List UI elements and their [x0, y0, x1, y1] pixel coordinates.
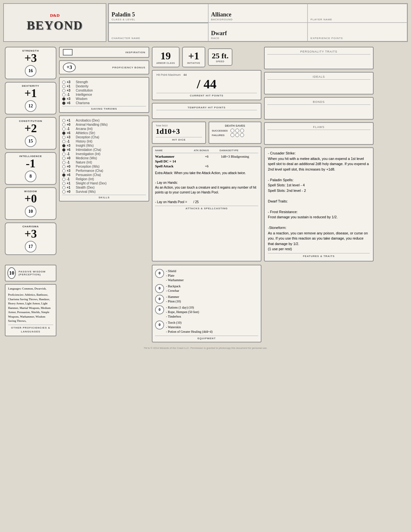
- successes-label: SUCCESSES: [212, 129, 230, 132]
- equipment-row: 0- Shield - Plate - Warhammer: [155, 269, 258, 282]
- success-circle-3[interactable]: [240, 129, 244, 133]
- skill-item: -1Nature (Int): [62, 161, 146, 164]
- equipment-coin: 0: [155, 269, 164, 278]
- skill-item: -1Arcana (Int): [62, 127, 146, 131]
- skill-name: Performance (Cha): [76, 169, 103, 172]
- failure-circle-3[interactable]: [240, 133, 244, 137]
- skill-name: Acrobatics (Dex): [76, 119, 100, 122]
- equipment-item-text: - Torch (10) - Waterskin - Potion of Gre…: [166, 320, 212, 334]
- attacks-header: NAME ATK BONUS DAMAGE/TYPE: [155, 149, 258, 153]
- success-circle-2[interactable]: [235, 129, 239, 133]
- success-circle-1[interactable]: [230, 129, 234, 133]
- skill-value: +1: [67, 186, 74, 189]
- saving-throw-name: Charisma: [76, 101, 90, 105]
- saving-throw-name: Dexterity: [76, 84, 88, 88]
- intelligence-modifier: -1: [7, 158, 54, 169]
- equipment-row: 0- Hammer - Piton (10): [155, 295, 258, 304]
- character-name-cell: CHARACTER NAME: [109, 23, 208, 41]
- skill-item: +6Persuasion (Cha): [62, 173, 146, 177]
- skill-name: Intimidation (Cha): [76, 148, 101, 152]
- skill-circle: [62, 140, 65, 143]
- skill-circle: [62, 161, 65, 164]
- equipment-box: 0- Shield - Plate - Warhammer0- Backpack…: [152, 265, 261, 342]
- equipment-coin: 0: [155, 305, 164, 314]
- saving-throw-value: +1: [67, 84, 74, 88]
- skill-circle: [62, 119, 65, 122]
- wisdom-score: 10: [25, 206, 36, 217]
- skill-item: -1Investigation (Int): [62, 152, 146, 156]
- constitution-score: 15: [25, 135, 36, 147]
- languages-text: Languages: Common, Dwarvish,: [8, 287, 53, 291]
- hit-dice-death-row: Total 5d10 1d10+3 HIT DICE DEATH SAVES S…: [152, 122, 261, 144]
- skill-name: Arcana (Int): [76, 127, 93, 131]
- skill-name: Stealth (Dex): [76, 186, 94, 189]
- skill-item: +6Intimidation (Cha): [62, 148, 146, 152]
- flaws-box: FLAWS: [264, 122, 374, 145]
- dexterity-score: 12: [25, 100, 36, 112]
- saving-throw-item: +3Strength: [62, 80, 146, 84]
- armor-class-box: 19 ARMOR CLASS: [152, 47, 180, 67]
- skill-circle: [62, 136, 65, 139]
- hit-dice-total-value: 5d10: [162, 124, 168, 127]
- skill-name: Sleight of Hand (Dex): [76, 182, 107, 185]
- speed-box: 25 ft. SPEED: [208, 48, 232, 66]
- attack-1-atk: +6: [194, 154, 220, 158]
- background-cell: Alliance BACKGROUND: [208, 4, 308, 23]
- saving-throw-name: Intelligence: [76, 93, 92, 96]
- attack-3-dmg: [221, 164, 258, 168]
- speed-value: 25 ft.: [212, 52, 229, 60]
- skill-item: +1Sleight of Hand (Dex): [62, 182, 146, 185]
- skill-value: +3: [67, 135, 74, 139]
- skill-item: +3Performance (Cha): [62, 169, 146, 172]
- skill-circle: [62, 173, 65, 177]
- saving-throw-item: +3Wisdom: [62, 97, 146, 101]
- experience-label: EXPERIENCE POINTS: [310, 37, 404, 40]
- skill-circle: [62, 178, 65, 181]
- failure-circle-2[interactable]: [235, 133, 239, 137]
- features-label: FEATURES & TRAITS: [268, 253, 370, 258]
- equipment-coin: 0: [155, 295, 164, 304]
- skill-value: -1: [67, 161, 74, 164]
- failures-label: FAILURES: [212, 134, 230, 137]
- skill-circle: [62, 144, 65, 147]
- flaws-label: FLAWS: [267, 125, 370, 130]
- attacks-notes: Extra Attack: When you take the Attack A…: [155, 171, 258, 204]
- skill-circle: [62, 182, 65, 185]
- skill-item: +3Deception (Cha): [62, 135, 146, 139]
- skill-value: +0: [67, 123, 74, 126]
- inspiration-checkbox[interactable]: [63, 49, 73, 55]
- skill-value: -1: [67, 127, 74, 131]
- passive-wisdom-box: 10 PASSIVE WISDOM (PERCEPTION): [5, 265, 56, 281]
- skill-name: Insight (Wis): [76, 144, 94, 147]
- intelligence-score: 8: [25, 171, 36, 182]
- skill-value: -1: [67, 177, 74, 181]
- armor-class-label: ARMOR CLASS: [156, 62, 175, 64]
- equipment-label: EQUIPMENT: [155, 336, 258, 340]
- charisma-score: 17: [25, 241, 36, 252]
- temp-hp-label: TEMPORARY HIT POINTS: [156, 106, 257, 110]
- initiative-box: +1 INITIATIVE: [182, 47, 205, 67]
- failure-circle-1[interactable]: [230, 133, 234, 137]
- main-body: STRENGTH +3 16 DEXTERITY +1 12 CONSTITUT…: [3, 45, 408, 263]
- footer: TM & © 2014 Wizards of the Coast LLC. Pe…: [3, 344, 408, 352]
- attacks-dmg-header: DAMAGE/TYPE: [220, 149, 258, 152]
- speed-label: SPEED: [212, 60, 229, 63]
- skill-value: -1: [67, 152, 74, 156]
- saving-throw-circle: [62, 102, 65, 105]
- saving-throw-circle: [62, 97, 65, 101]
- attacks-label: ATTACKS & SPELLCASTING: [155, 206, 258, 210]
- charisma-block: CHARISMA +3 17: [5, 222, 56, 255]
- wisdom-block: WISDOM +0 10: [5, 187, 56, 220]
- temp-hp-box: TEMPORARY HIT POINTS: [152, 103, 261, 119]
- skill-item: -1Religion (Int): [62, 177, 146, 181]
- skill-circle: [62, 123, 65, 126]
- skill-name: Nature (Int): [76, 161, 92, 164]
- saving-throw-circle: [62, 85, 65, 88]
- hp-current-display[interactable]: / 44: [156, 76, 257, 92]
- equipment-item-text: - Rations (1 day) (10) - Rope, Hempen (5…: [166, 305, 199, 319]
- bottom-col-4: [264, 265, 374, 342]
- skill-value: +0: [67, 156, 74, 160]
- saving-throw-value: +3: [67, 89, 74, 92]
- attack-3-name: Spell Attack: [155, 164, 192, 168]
- mid-column: INSPIRATION +3 PROFICIENCY BONUS +3Stren…: [59, 47, 149, 261]
